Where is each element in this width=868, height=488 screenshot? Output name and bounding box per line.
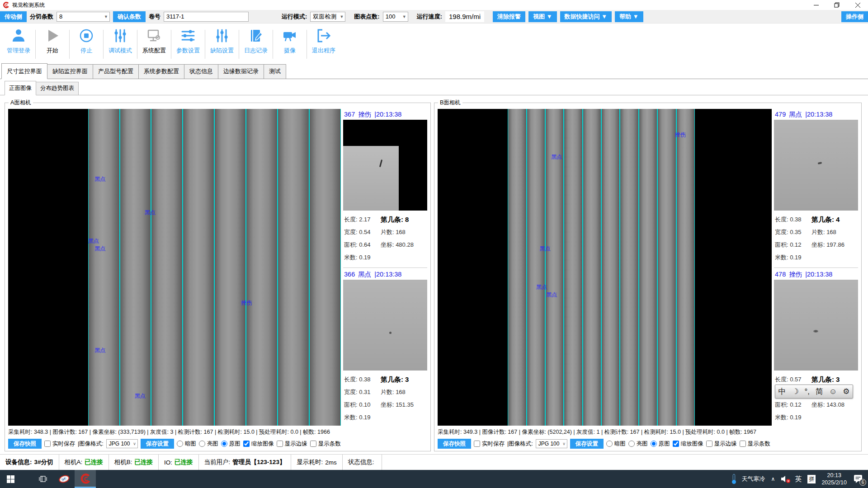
dark-image-radio[interactable]: [606, 441, 613, 447]
clear-alarm-button[interactable]: 清除报警: [493, 11, 525, 22]
vision-app-taskbar-button[interactable]: [75, 470, 96, 488]
toolbar-item-debug-sliders[interactable]: 调试模式: [104, 28, 137, 55]
roll-number-input[interactable]: [164, 12, 249, 22]
save-settings-button[interactable]: 保存设置: [570, 439, 604, 449]
show-count-checkbox[interactable]: [740, 441, 746, 447]
main-tab-1[interactable]: 尺寸监控界面: [1, 63, 47, 79]
scale-image-checkbox[interactable]: [673, 441, 679, 447]
main-tab-3[interactable]: 产品型号配置: [93, 64, 139, 79]
toolbar-item-defect-sliders[interactable]: 缺陷设置: [205, 28, 239, 55]
realtime-save-checkbox[interactable]: [474, 441, 480, 447]
show-edge-checkbox[interactable]: [706, 441, 712, 447]
action-center-button[interactable]: 6: [853, 473, 864, 485]
toolbar-item-video-camera[interactable]: 摄像: [273, 28, 307, 55]
film-strip: [183, 109, 214, 426]
main-tab-6[interactable]: 边缘数据记录: [218, 64, 264, 79]
show-edge-checkbox[interactable]: [277, 441, 283, 447]
defect-thumbnail: [343, 120, 427, 211]
camera-b-panel-title: B面相机: [438, 99, 462, 107]
sub-tab-2[interactable]: 分布趋势图表: [36, 82, 79, 95]
help-menu-button[interactable]: 帮助 ▼: [615, 11, 643, 22]
toolbar-item-log-book[interactable]: 日志记录: [239, 28, 273, 55]
defect-header: 366黑点|20:13:38: [343, 269, 427, 280]
dark-image-radio[interactable]: [177, 441, 183, 447]
task-view-button[interactable]: [32, 470, 53, 488]
operate-side-button[interactable]: 操作侧: [841, 11, 868, 22]
status-segment: IO:已连接: [159, 455, 199, 470]
main-tab-2[interactable]: 缺陷监控界面: [47, 64, 93, 79]
toolbar-item-param-sliders[interactable]: 参数设置: [171, 28, 205, 55]
defect-card[interactable]: 479黑点|20:13:38 长度: 0.38 第几条: 4 宽度: 0.35 …: [774, 109, 858, 266]
confirm-count-button[interactable]: 确认条数: [113, 11, 146, 22]
toolbar-item-exit[interactable]: 退出程序: [307, 28, 340, 55]
image-format-select[interactable]: JPG 100∨: [536, 439, 567, 448]
camera-a-defect-list: 367挫伤|20:13:38 长度: 2.17 第几条: 8 宽度: 0.54 …: [343, 109, 427, 426]
taskbar: ✂ 天气寒冷 ∧ ✕ 英 拼 20:13 2025/2/10 6: [0, 470, 868, 488]
language-indicator[interactable]: 英: [795, 475, 802, 483]
original-image-radio[interactable]: [651, 441, 657, 447]
close-button[interactable]: [847, 0, 868, 10]
save-settings-button[interactable]: 保存设置: [141, 439, 174, 449]
toolbar-item-label: 管理登录: [7, 47, 30, 55]
ime-settings-gear-icon[interactable]: ⚙: [843, 388, 849, 395]
data-quick-access-button[interactable]: 数据快捷访问 ▼: [560, 11, 612, 22]
main-tab-strip: 尺寸监控界面缺陷监控界面产品型号配置系统参数配置状态信息边缘数据记录测试: [0, 64, 868, 79]
status-segment: 设备信息:3#分切: [0, 455, 59, 470]
film-strip: [564, 109, 582, 426]
weather-text[interactable]: 天气寒冷: [742, 475, 765, 483]
chart-points-select[interactable]: 100▼: [383, 12, 408, 22]
ime-chinese-mode[interactable]: 中: [778, 388, 786, 395]
original-image-radio[interactable]: [221, 441, 227, 447]
camera-b-controls: 保存快照 实时保存 |图像格式: JPG 100∨ 保存设置 暗图 亮图 原图 …: [438, 438, 858, 450]
toolbar-item-user[interactable]: 管理登录: [2, 28, 35, 55]
ime-simplified-mode[interactable]: 简: [816, 388, 823, 395]
clock-date: 2025/2/10: [821, 479, 847, 486]
view-menu-button[interactable]: 视图 ▼: [528, 11, 557, 22]
ime-indicator[interactable]: 拼: [807, 475, 816, 483]
toolbar-item-label: 日志记录: [244, 47, 268, 55]
hidden-icons-chevron[interactable]: ∧: [771, 476, 775, 482]
defect-card[interactable]: 478挫伤|20:13:38 长度: 0.57 第几条: 3 宽度: 0.21 …: [774, 267, 858, 426]
image-format-select[interactable]: JPG 100∨: [106, 439, 138, 448]
defect-card[interactable]: 366黑点|20:13:38 长度: 0.38 第几条: 3 宽度: 0.31 …: [343, 267, 427, 426]
sub-tab-1[interactable]: 正面图像: [5, 81, 36, 95]
ime-emoji-icon[interactable]: ☺: [829, 388, 837, 395]
scale-image-checkbox[interactable]: [243, 441, 250, 447]
main-tab-4[interactable]: 系统参数配置: [138, 64, 184, 79]
save-snapshot-button[interactable]: 保存快照: [8, 439, 42, 449]
drive-side-button[interactable]: 传动侧: [0, 11, 27, 22]
title-bar: 视觉检测系统: [0, 0, 868, 10]
toolbar-item-label: 退出程序: [312, 47, 335, 55]
film-strip: [88, 109, 120, 426]
toolbar-item-stop[interactable]: 停止: [70, 28, 103, 55]
log-book-icon: [248, 28, 264, 43]
start-button[interactable]: [0, 470, 21, 488]
defect-marker-label: 挫伤: [241, 299, 252, 307]
restore-button[interactable]: [826, 0, 847, 10]
toolbar-item-system-config[interactable]: 系统配置: [137, 28, 171, 55]
toolbar-item-play[interactable]: 开始: [36, 28, 69, 55]
realtime-save-checkbox[interactable]: [44, 441, 51, 447]
snipping-tool-taskbar-button[interactable]: ✂: [53, 470, 75, 488]
ime-toolbar[interactable]: 中☽°,简☺⚙: [775, 385, 853, 399]
camera-a-panel-title: A面相机: [9, 99, 33, 107]
defect-card[interactable]: 367挫伤|20:13:38 长度: 2.17 第几条: 8 宽度: 0.54 …: [343, 109, 427, 266]
run-speed-label: 运行速度:: [417, 13, 442, 21]
bright-image-radio[interactable]: [628, 441, 635, 447]
strip-count-select[interactable]: 8▼: [57, 12, 110, 22]
taskbar-clock[interactable]: 20:13 2025/2/10: [821, 472, 847, 487]
realtime-save-label: 实时保存: [482, 440, 505, 448]
main-tab-7[interactable]: 测试: [264, 64, 286, 79]
ime-punctuation-icon[interactable]: °,: [805, 388, 810, 395]
main-tab-5[interactable]: 状态信息: [184, 64, 218, 79]
exit-icon: [316, 28, 332, 43]
ime-halfwidth-moon-icon[interactable]: ☽: [792, 388, 798, 395]
minimize-button[interactable]: [806, 0, 826, 10]
volume-muted-icon[interactable]: ✕: [781, 475, 789, 483]
save-snapshot-button[interactable]: 保存快照: [438, 439, 471, 449]
bright-image-radio[interactable]: [199, 441, 205, 447]
run-mode-select[interactable]: 双面检测▼: [310, 12, 345, 22]
film-strip: [620, 109, 638, 426]
show-count-checkbox[interactable]: [310, 441, 316, 447]
status-segment: 当前用户:管理员【123-123】: [199, 455, 292, 470]
